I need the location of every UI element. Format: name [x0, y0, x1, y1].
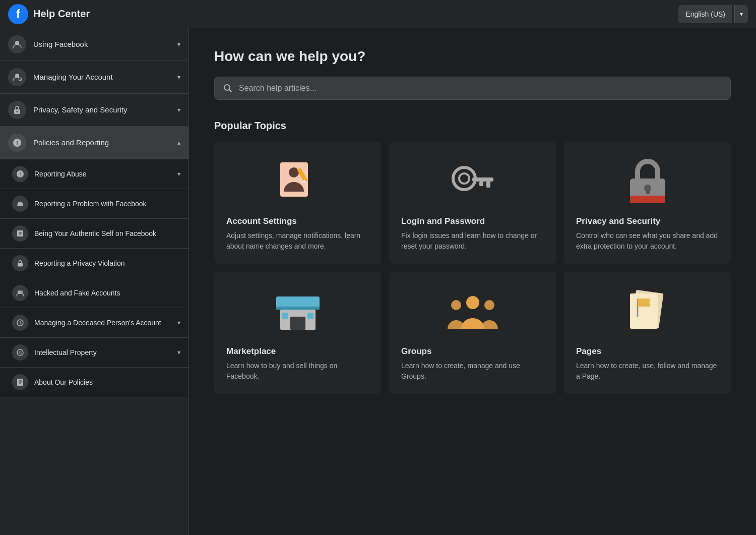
sidebar-item-managing-account[interactable]: Managing Your Account ▾	[0, 61, 188, 94]
policies-reporting-icon: !	[8, 134, 26, 152]
about-policies-label: About Our Policies	[34, 378, 180, 387]
topic-card-privacy-security[interactable]: Privacy and Security Control who can see…	[564, 142, 731, 264]
intellectual-property-chevron: ▾	[177, 349, 180, 356]
header: f Help Center English (US) ▾	[0, 0, 756, 28]
main-content: How can we help you? Popular Topics	[189, 28, 756, 535]
sidebar-item-policies-reporting[interactable]: ! Policies and Reporting ▴	[0, 127, 188, 159]
policies-reporting-label: Policies and Reporting	[33, 138, 109, 148]
svg-rect-45	[307, 313, 313, 319]
language-button[interactable]: English (US)	[678, 5, 732, 23]
svg-text:!: !	[16, 140, 18, 147]
privacy-safety-chevron: ▾	[177, 106, 180, 113]
svg-rect-19	[17, 379, 23, 386]
pages-name: Pages	[576, 346, 719, 356]
privacy-violation-icon	[12, 255, 28, 271]
svg-rect-38	[630, 196, 665, 203]
sidebar-item-left: Using Facebook	[8, 35, 88, 53]
topic-card-pages[interactable]: Pages Learn how to create, use, follow a…	[564, 272, 731, 394]
header-left: f Help Center	[8, 4, 90, 24]
reporting-abuse-label: Reporting Abuse	[34, 169, 171, 179]
intellectual-property-label: Intellectual Property	[34, 348, 171, 357]
svg-rect-40	[646, 188, 650, 194]
account-settings-desc: Adjust settings, manage notifications, l…	[226, 230, 369, 252]
authentic-self-icon	[12, 225, 28, 242]
sidebar-item-left: Managing Your Account	[8, 68, 113, 86]
reporting-problem-label: Reporting a Problem with Facebook	[34, 199, 180, 208]
account-settings-name: Account Settings	[226, 216, 369, 226]
managing-account-chevron: ▾	[177, 74, 180, 81]
privacy-safety-label: Privacy, Safety and Security	[33, 105, 127, 115]
sub-item-deceased-account[interactable]: Managing a Deceased Person's Account ▾	[0, 308, 188, 338]
managing-account-icon	[8, 68, 26, 86]
sub-item-privacy-violation[interactable]: Reporting a Privacy Violation	[0, 249, 188, 278]
svg-rect-33	[472, 177, 493, 182]
reporting-problem-icon	[12, 196, 28, 212]
svg-point-47	[466, 296, 479, 309]
intellectual-property-icon: ©	[12, 344, 28, 361]
managing-account-label: Managing Your Account	[33, 72, 113, 82]
topic-card-account-settings[interactable]: Account Settings Adjust settings, manage…	[214, 142, 381, 264]
svg-point-4	[17, 111, 18, 112]
sidebar-item-left: Privacy, Safety and Security	[8, 101, 127, 119]
svg-rect-13	[18, 263, 23, 267]
groups-icon-area	[401, 286, 544, 336]
svg-point-49	[484, 300, 494, 310]
search-box	[214, 77, 731, 100]
sub-item-hacked-fake[interactable]: Hacked and Fake Accounts	[0, 278, 188, 308]
sidebar-item-left: ! Policies and Reporting	[8, 134, 109, 152]
search-input[interactable]	[239, 84, 722, 93]
privacy-violation-label: Reporting a Privacy Violation	[34, 259, 180, 268]
pages-icon-area	[576, 286, 719, 336]
sub-item-reporting-abuse[interactable]: ! Reporting Abuse ▾	[0, 159, 188, 189]
svg-text:!: !	[19, 172, 21, 177]
svg-point-32	[459, 173, 469, 184]
topic-card-groups[interactable]: Groups Learn how to create, manage and u…	[389, 272, 556, 394]
sidebar-item-privacy-safety[interactable]: Privacy, Safety and Security ▾	[0, 94, 188, 127]
svg-point-27	[289, 167, 299, 177]
marketplace-desc: Learn how to buy and sell things on Face…	[226, 361, 369, 382]
policies-reporting-chevron: ▴	[177, 139, 180, 146]
svg-point-15	[20, 290, 23, 293]
about-policies-icon	[12, 374, 28, 390]
svg-rect-44	[282, 313, 288, 319]
hacked-fake-icon	[12, 285, 28, 301]
header-title: Help Center	[33, 8, 90, 20]
header-right: English (US) ▾	[678, 5, 748, 23]
marketplace-icon-area	[226, 286, 369, 336]
using-facebook-icon	[8, 35, 26, 53]
using-facebook-label: Using Facebook	[33, 39, 88, 49]
login-password-icon-area	[401, 156, 544, 206]
svg-rect-53	[638, 299, 650, 307]
sub-item-reporting-problem[interactable]: Reporting a Problem with Facebook	[0, 189, 188, 219]
sub-item-about-policies[interactable]: About Our Policies	[0, 368, 188, 397]
login-password-name: Login and Password	[401, 216, 544, 226]
using-facebook-chevron: ▾	[177, 41, 180, 48]
login-password-desc: Fix login issues and learn how to change…	[401, 230, 544, 252]
topics-grid: Account Settings Adjust settings, manage…	[214, 142, 731, 394]
sub-item-authentic-self[interactable]: Being Your Authentic Self on Facebook	[0, 219, 188, 249]
help-title: How can we help you?	[214, 48, 731, 65]
privacy-security-desc: Control who can see what you share and a…	[576, 230, 719, 252]
marketplace-name: Marketplace	[226, 346, 369, 356]
deceased-account-chevron: ▾	[177, 319, 180, 326]
hacked-fake-label: Hacked and Fake Accounts	[34, 288, 180, 298]
account-settings-icon-area	[226, 156, 369, 206]
sidebar-item-using-facebook[interactable]: Using Facebook ▾	[0, 28, 188, 61]
popular-topics-title: Popular Topics	[214, 120, 731, 132]
svg-line-25	[229, 90, 232, 92]
topic-card-login-password[interactable]: Login and Password Fix login issues and …	[389, 142, 556, 264]
svg-text:©: ©	[19, 350, 22, 355]
pages-desc: Learn how to create, use, follow and man…	[576, 361, 719, 382]
sidebar: Using Facebook ▾ Managing Your Account ▾	[0, 28, 189, 535]
language-dropdown-button[interactable]: ▾	[734, 5, 748, 23]
svg-point-48	[451, 300, 461, 310]
privacy-security-name: Privacy and Security	[576, 216, 719, 226]
topic-card-marketplace[interactable]: Marketplace Learn how to buy and sell th…	[214, 272, 381, 394]
search-icon	[223, 83, 233, 93]
sub-item-intellectual-property[interactable]: © Intellectual Property ▾	[0, 338, 188, 368]
reporting-abuse-icon: !	[12, 166, 28, 182]
facebook-logo-icon: f	[8, 4, 28, 24]
svg-point-31	[453, 167, 475, 190]
privacy-security-icon-area	[576, 156, 719, 206]
policies-sub-items: ! Reporting Abuse ▾ Reporting a Problem …	[0, 159, 188, 397]
